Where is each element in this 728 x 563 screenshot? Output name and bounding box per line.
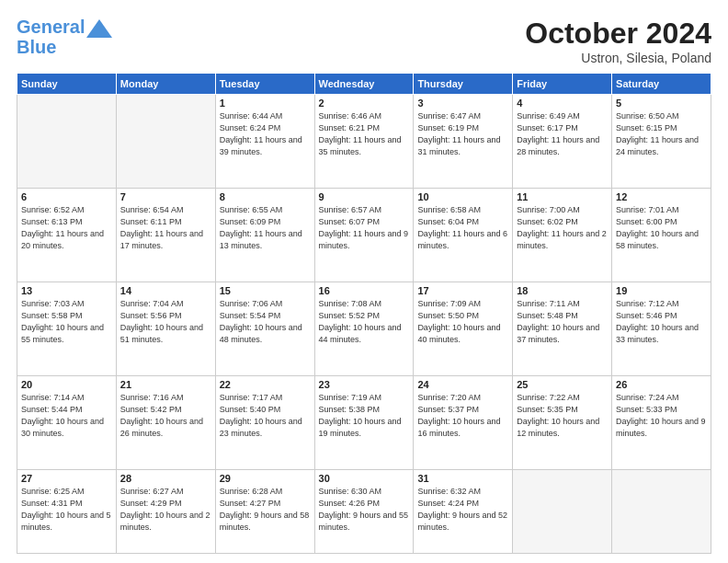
location-subtitle: Ustron, Silesia, Poland (525, 51, 711, 65)
day-number: 23 (319, 379, 410, 390)
day-number: 24 (417, 379, 508, 390)
title-block: October 2024 Ustron, Silesia, Poland (525, 17, 711, 65)
cell-2-5: 18Sunrise: 7:11 AM Sunset: 5:48 PM Dayli… (513, 282, 612, 375)
cell-4-3: 30Sunrise: 6:30 AM Sunset: 4:26 PM Dayli… (314, 469, 414, 553)
cell-2-3: 16Sunrise: 7:08 AM Sunset: 5:52 PM Dayli… (314, 282, 414, 375)
cell-4-0: 27Sunrise: 6:25 AM Sunset: 4:31 PM Dayli… (17, 469, 117, 553)
day-info: Sunrise: 7:14 AM Sunset: 5:44 PM Dayligh… (21, 392, 112, 440)
cell-3-1: 21Sunrise: 7:16 AM Sunset: 5:42 PM Dayli… (116, 375, 215, 469)
cell-0-5: 4Sunrise: 6:49 AM Sunset: 6:17 PM Daylig… (513, 95, 612, 189)
col-tuesday: Tuesday (215, 74, 314, 95)
day-info: Sunrise: 6:44 AM Sunset: 6:24 PM Dayligh… (220, 110, 311, 158)
day-number: 10 (417, 191, 508, 202)
day-info: Sunrise: 6:25 AM Sunset: 4:31 PM Dayligh… (21, 486, 112, 534)
day-info: Sunrise: 6:49 AM Sunset: 6:17 PM Dayligh… (517, 110, 608, 158)
logo-blue: Blue (17, 37, 56, 57)
logo: General Blue (17, 17, 112, 57)
cell-1-3: 9Sunrise: 6:57 AM Sunset: 6:07 PM Daylig… (314, 188, 414, 282)
day-number: 8 (220, 191, 311, 202)
day-info: Sunrise: 6:30 AM Sunset: 4:26 PM Dayligh… (319, 486, 410, 534)
logo-text: General Blue (17, 17, 85, 57)
day-number: 25 (517, 379, 608, 390)
col-sunday: Sunday (17, 74, 117, 95)
day-info: Sunrise: 6:52 AM Sunset: 6:13 PM Dayligh… (21, 204, 112, 252)
day-info: Sunrise: 6:46 AM Sunset: 6:21 PM Dayligh… (319, 110, 410, 158)
day-info: Sunrise: 7:16 AM Sunset: 5:42 PM Dayligh… (120, 392, 211, 440)
cell-1-2: 8Sunrise: 6:55 AM Sunset: 6:09 PM Daylig… (215, 188, 314, 282)
day-number: 19 (616, 285, 707, 296)
day-number: 9 (319, 191, 410, 202)
day-number: 13 (21, 285, 112, 296)
day-info: Sunrise: 6:50 AM Sunset: 6:15 PM Dayligh… (616, 110, 707, 158)
cell-0-2: 1Sunrise: 6:44 AM Sunset: 6:24 PM Daylig… (215, 95, 314, 189)
day-number: 6 (21, 191, 112, 202)
cell-0-0 (17, 95, 117, 189)
col-saturday: Saturday (612, 74, 711, 95)
week-row-4: 20Sunrise: 7:14 AM Sunset: 5:44 PM Dayli… (17, 375, 711, 469)
day-info: Sunrise: 7:11 AM Sunset: 5:48 PM Dayligh… (517, 298, 608, 346)
day-info: Sunrise: 6:55 AM Sunset: 6:09 PM Dayligh… (220, 204, 311, 252)
col-monday: Monday (116, 74, 215, 95)
cell-2-0: 13Sunrise: 7:03 AM Sunset: 5:58 PM Dayli… (17, 282, 117, 375)
day-number: 12 (616, 191, 707, 202)
day-info: Sunrise: 7:12 AM Sunset: 5:46 PM Dayligh… (616, 298, 707, 346)
col-wednesday: Wednesday (314, 74, 414, 95)
cell-4-5 (513, 469, 612, 553)
cell-2-4: 17Sunrise: 7:09 AM Sunset: 5:50 PM Dayli… (414, 282, 513, 375)
day-info: Sunrise: 7:03 AM Sunset: 5:58 PM Dayligh… (21, 298, 112, 346)
day-info: Sunrise: 7:01 AM Sunset: 6:00 PM Dayligh… (616, 204, 707, 252)
day-info: Sunrise: 7:17 AM Sunset: 5:40 PM Dayligh… (220, 392, 311, 440)
calendar-page: General Blue October 2024 Ustron, Silesi… (0, 0, 728, 563)
day-number: 29 (220, 473, 311, 484)
header-row: Sunday Monday Tuesday Wednesday Thursday… (17, 74, 711, 95)
cell-4-6 (612, 469, 711, 553)
calendar-table: Sunday Monday Tuesday Wednesday Thursday… (17, 73, 711, 554)
week-row-1: 1Sunrise: 6:44 AM Sunset: 6:24 PM Daylig… (17, 95, 711, 189)
day-info: Sunrise: 7:24 AM Sunset: 5:33 PM Dayligh… (616, 392, 707, 440)
header: General Blue October 2024 Ustron, Silesi… (17, 17, 711, 65)
col-thursday: Thursday (414, 74, 513, 95)
cell-1-0: 6Sunrise: 6:52 AM Sunset: 6:13 PM Daylig… (17, 188, 117, 282)
cell-1-4: 10Sunrise: 6:58 AM Sunset: 6:04 PM Dayli… (414, 188, 513, 282)
cell-1-1: 7Sunrise: 6:54 AM Sunset: 6:11 PM Daylig… (116, 188, 215, 282)
week-row-3: 13Sunrise: 7:03 AM Sunset: 5:58 PM Dayli… (17, 282, 711, 375)
cell-2-6: 19Sunrise: 7:12 AM Sunset: 5:46 PM Dayli… (612, 282, 711, 375)
day-number: 16 (319, 285, 410, 296)
day-info: Sunrise: 7:20 AM Sunset: 5:37 PM Dayligh… (417, 392, 508, 440)
day-number: 11 (517, 191, 608, 202)
cell-0-6: 5Sunrise: 6:50 AM Sunset: 6:15 PM Daylig… (612, 95, 711, 189)
cell-1-6: 12Sunrise: 7:01 AM Sunset: 6:00 PM Dayli… (612, 188, 711, 282)
week-row-2: 6Sunrise: 6:52 AM Sunset: 6:13 PM Daylig… (17, 188, 711, 282)
day-info: Sunrise: 7:22 AM Sunset: 5:35 PM Dayligh… (517, 392, 608, 440)
col-friday: Friday (513, 74, 612, 95)
day-number: 15 (220, 285, 311, 296)
cell-0-4: 3Sunrise: 6:47 AM Sunset: 6:19 PM Daylig… (414, 95, 513, 189)
cell-4-4: 31Sunrise: 6:32 AM Sunset: 4:24 PM Dayli… (414, 469, 513, 553)
day-number: 7 (120, 191, 211, 202)
day-number: 20 (21, 379, 112, 390)
cell-1-5: 11Sunrise: 7:00 AM Sunset: 6:02 PM Dayli… (513, 188, 612, 282)
cell-2-1: 14Sunrise: 7:04 AM Sunset: 5:56 PM Dayli… (116, 282, 215, 375)
cell-4-1: 28Sunrise: 6:27 AM Sunset: 4:29 PM Dayli… (116, 469, 215, 553)
day-number: 17 (417, 285, 508, 296)
cell-3-3: 23Sunrise: 7:19 AM Sunset: 5:38 PM Dayli… (314, 375, 414, 469)
day-number: 4 (517, 98, 608, 109)
logo-icon (86, 19, 112, 38)
cell-3-5: 25Sunrise: 7:22 AM Sunset: 5:35 PM Dayli… (513, 375, 612, 469)
cell-3-6: 26Sunrise: 7:24 AM Sunset: 5:33 PM Dayli… (612, 375, 711, 469)
day-info: Sunrise: 7:06 AM Sunset: 5:54 PM Dayligh… (220, 298, 311, 346)
day-info: Sunrise: 7:09 AM Sunset: 5:50 PM Dayligh… (417, 298, 508, 346)
day-number: 26 (616, 379, 707, 390)
cell-4-2: 29Sunrise: 6:28 AM Sunset: 4:27 PM Dayli… (215, 469, 314, 553)
cell-0-3: 2Sunrise: 6:46 AM Sunset: 6:21 PM Daylig… (314, 95, 414, 189)
day-info: Sunrise: 6:58 AM Sunset: 6:04 PM Dayligh… (417, 204, 508, 252)
cell-3-4: 24Sunrise: 7:20 AM Sunset: 5:37 PM Dayli… (414, 375, 513, 469)
month-title: October 2024 (525, 17, 711, 51)
day-number: 27 (21, 473, 112, 484)
day-number: 28 (120, 473, 211, 484)
day-info: Sunrise: 6:47 AM Sunset: 6:19 PM Dayligh… (417, 110, 508, 158)
day-info: Sunrise: 6:54 AM Sunset: 6:11 PM Dayligh… (120, 204, 211, 252)
cell-3-0: 20Sunrise: 7:14 AM Sunset: 5:44 PM Dayli… (17, 375, 117, 469)
day-info: Sunrise: 7:04 AM Sunset: 5:56 PM Dayligh… (120, 298, 211, 346)
week-row-5: 27Sunrise: 6:25 AM Sunset: 4:31 PM Dayli… (17, 469, 711, 553)
